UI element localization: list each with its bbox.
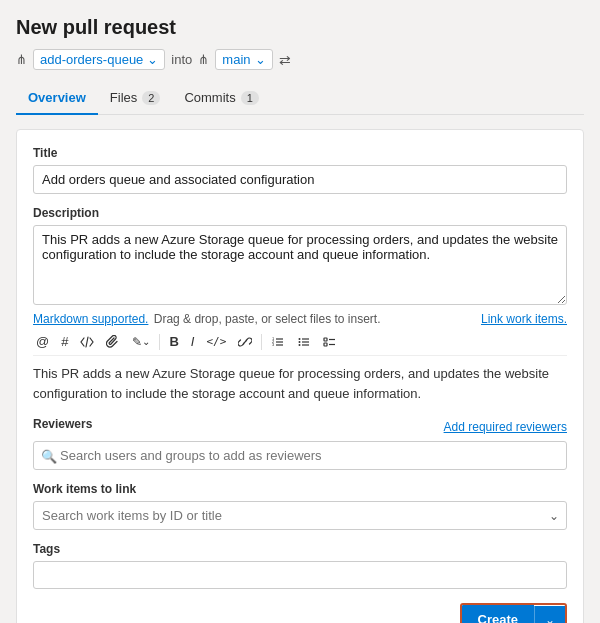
toolbar-divider-2	[261, 334, 262, 350]
tags-input[interactable]	[33, 561, 567, 589]
svg-rect-13	[324, 343, 327, 346]
tags-label: Tags	[33, 542, 567, 556]
toolbar-bullet-list[interactable]	[294, 333, 314, 351]
page-title: New pull request	[16, 16, 584, 39]
reviewers-section: Reviewers Add required reviewers 🔍	[33, 417, 567, 470]
svg-point-6	[299, 338, 301, 340]
branch-icon: ⋔	[16, 52, 27, 67]
search-icon: 🔍	[41, 448, 57, 463]
branch-bar: ⋔ add-orders-queue ⌄ into ⋔ main ⌄ ⇄	[16, 49, 584, 70]
markdown-left: Markdown supported. Drag & drop, paste, …	[33, 312, 381, 326]
target-branch-button[interactable]: main ⌄	[215, 49, 272, 70]
reviewers-bar: Reviewers Add required reviewers	[33, 417, 567, 436]
markdown-bar: Markdown supported. Drag & drop, paste, …	[33, 312, 567, 326]
reviewers-label: Reviewers	[33, 417, 92, 431]
description-section: Description Markdown supported. Drag & d…	[33, 206, 567, 403]
tags-section: Tags	[33, 542, 567, 589]
toolbar-mention[interactable]: @	[33, 332, 52, 351]
bottom-bar: Create ⌄	[33, 603, 567, 623]
toolbar-highlight[interactable]: ✎ ⌄	[129, 333, 153, 351]
tab-files[interactable]: Files 2	[98, 82, 173, 115]
tabs: Overview Files 2 Commits 1	[16, 82, 584, 115]
source-branch-button[interactable]: add-orders-queue ⌄	[33, 49, 165, 70]
target-branch-label: main	[222, 52, 250, 67]
editor-toolbar: @ # ✎ ⌄ B I </>	[33, 328, 567, 356]
target-branch-chevron: ⌄	[255, 52, 266, 67]
reviewers-input-wrapper: 🔍	[33, 441, 567, 470]
link-work-items-top[interactable]: Link work items.	[481, 312, 567, 326]
preview-text: This PR adds a new Azure Storage queue f…	[33, 364, 567, 403]
reviewers-input[interactable]	[33, 441, 567, 470]
swap-icon[interactable]: ⇄	[279, 52, 291, 68]
toolbar-code-block[interactable]	[77, 333, 97, 351]
work-items-input-wrapper: ⌄	[33, 501, 567, 530]
tab-commits[interactable]: Commits 1	[172, 82, 270, 115]
tab-overview[interactable]: Overview	[16, 82, 98, 115]
svg-rect-12	[324, 338, 327, 341]
tab-commits-badge: 1	[241, 91, 259, 105]
work-items-label: Work items to link	[33, 482, 567, 496]
tab-files-label: Files	[110, 90, 137, 105]
description-input[interactable]	[33, 225, 567, 305]
create-button-group: Create ⌄	[460, 603, 567, 623]
svg-point-7	[299, 341, 301, 343]
work-items-section: Work items to link ⌄	[33, 482, 567, 530]
main-card: Title Description Markdown supported. Dr…	[16, 129, 584, 623]
add-required-reviewers-link[interactable]: Add required reviewers	[444, 420, 567, 434]
toolbar-divider-1	[159, 334, 160, 350]
svg-text:3: 3	[272, 342, 275, 347]
markdown-link[interactable]: Markdown supported.	[33, 312, 148, 326]
title-label: Title	[33, 146, 567, 160]
toolbar-link[interactable]	[235, 333, 255, 351]
create-button[interactable]: Create	[462, 605, 534, 623]
drag-drop-text: Drag & drop, paste, or select files to i…	[150, 312, 380, 326]
toolbar-numbered-list[interactable]: 123	[268, 333, 288, 351]
branch-icon-2: ⋔	[198, 52, 209, 67]
title-section: Title	[33, 146, 567, 194]
title-input[interactable]	[33, 165, 567, 194]
svg-point-8	[299, 344, 301, 346]
description-label: Description	[33, 206, 567, 220]
source-branch-label: add-orders-queue	[40, 52, 143, 67]
toolbar-bold[interactable]: B	[166, 332, 181, 351]
create-dropdown-button[interactable]: ⌄	[534, 606, 565, 624]
page-container: New pull request ⋔ add-orders-queue ⌄ in…	[16, 16, 584, 623]
tab-overview-label: Overview	[28, 90, 86, 105]
toolbar-code[interactable]: </>	[203, 333, 229, 350]
into-text: into	[171, 52, 192, 67]
toolbar-attachment[interactable]	[103, 333, 123, 351]
tab-files-badge: 2	[142, 91, 160, 105]
toolbar-heading[interactable]: #	[58, 332, 71, 351]
tab-commits-label: Commits	[184, 90, 235, 105]
toolbar-task-list[interactable]	[320, 333, 340, 351]
toolbar-italic[interactable]: I	[188, 332, 198, 351]
source-branch-chevron: ⌄	[147, 52, 158, 67]
work-items-input[interactable]	[33, 501, 567, 530]
